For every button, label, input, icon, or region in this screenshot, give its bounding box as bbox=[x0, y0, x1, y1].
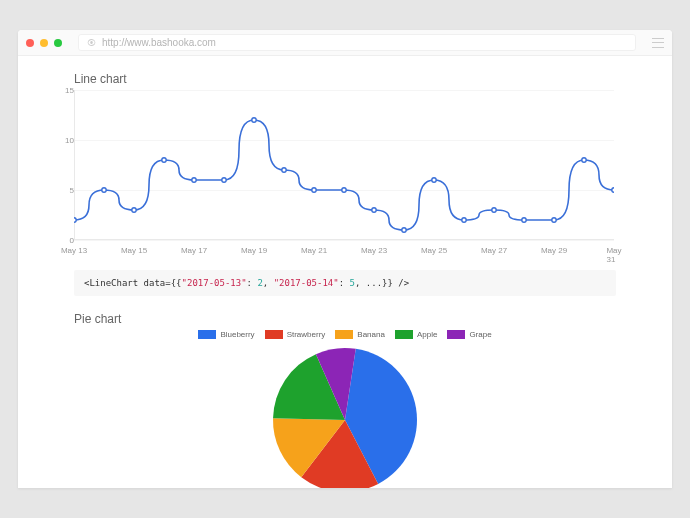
svg-point-16 bbox=[552, 218, 556, 222]
legend-item: Grape bbox=[447, 330, 491, 339]
legend-label: Blueberry bbox=[220, 330, 254, 339]
x-tick: May 17 bbox=[181, 246, 207, 255]
svg-point-15 bbox=[522, 218, 526, 222]
x-tick: May 23 bbox=[361, 246, 387, 255]
legend-swatch bbox=[335, 330, 353, 339]
y-tick: 15 bbox=[65, 86, 74, 95]
x-tick: May 21 bbox=[301, 246, 327, 255]
x-tick: May 15 bbox=[121, 246, 147, 255]
legend-item: Banana bbox=[335, 330, 385, 339]
legend-item: Strawberry bbox=[265, 330, 326, 339]
maximize-icon[interactable] bbox=[54, 39, 62, 47]
svg-point-17 bbox=[582, 158, 586, 162]
svg-point-7 bbox=[282, 168, 286, 172]
svg-point-8 bbox=[312, 188, 316, 192]
url-text: http://www.bashooka.com bbox=[102, 37, 216, 48]
legend-swatch bbox=[265, 330, 283, 339]
svg-point-12 bbox=[432, 178, 436, 182]
svg-point-10 bbox=[372, 208, 376, 212]
line-chart: 051015 May 13May 15May 17May 19May 21May… bbox=[74, 90, 614, 260]
svg-point-9 bbox=[342, 188, 346, 192]
legend-label: Grape bbox=[469, 330, 491, 339]
code-snippet: <LineChart data={{"2017-05-13": 2, "2017… bbox=[74, 270, 616, 296]
svg-point-18 bbox=[612, 188, 614, 192]
url-bar[interactable]: ⦿ http://www.bashooka.com bbox=[78, 34, 636, 51]
svg-point-0 bbox=[74, 218, 76, 222]
pie-chart-title: Pie chart bbox=[74, 312, 616, 326]
legend-swatch bbox=[447, 330, 465, 339]
x-tick: May 27 bbox=[481, 246, 507, 255]
x-tick: May 25 bbox=[421, 246, 447, 255]
svg-point-3 bbox=[162, 158, 166, 162]
x-tick: May 13 bbox=[61, 246, 87, 255]
svg-point-1 bbox=[102, 188, 106, 192]
legend-swatch bbox=[198, 330, 216, 339]
browser-titlebar: ⦿ http://www.bashooka.com bbox=[18, 30, 672, 56]
svg-point-13 bbox=[462, 218, 466, 222]
globe-icon: ⦿ bbox=[87, 38, 96, 48]
svg-point-11 bbox=[402, 228, 406, 232]
svg-point-2 bbox=[132, 208, 136, 212]
svg-point-14 bbox=[492, 208, 496, 212]
legend-label: Banana bbox=[357, 330, 385, 339]
x-tick: May 29 bbox=[541, 246, 567, 255]
pie-legend: BlueberryStrawberryBananaAppleGrape bbox=[74, 330, 616, 339]
x-tick: May 19 bbox=[241, 246, 267, 255]
svg-point-4 bbox=[192, 178, 196, 182]
svg-point-6 bbox=[252, 118, 256, 122]
close-icon[interactable] bbox=[26, 39, 34, 47]
line-chart-title: Line chart bbox=[74, 72, 616, 86]
pie-chart bbox=[270, 345, 420, 488]
browser-frame: ⦿ http://www.bashooka.com Line chart 051… bbox=[18, 30, 672, 488]
legend-swatch bbox=[395, 330, 413, 339]
svg-point-5 bbox=[222, 178, 226, 182]
x-tick: May 31 bbox=[606, 246, 621, 264]
legend-item: Apple bbox=[395, 330, 437, 339]
legend-label: Strawberry bbox=[287, 330, 326, 339]
y-tick: 10 bbox=[65, 136, 74, 145]
hamburger-icon[interactable] bbox=[652, 38, 664, 48]
legend-label: Apple bbox=[417, 330, 437, 339]
legend-item: Blueberry bbox=[198, 330, 254, 339]
minimize-icon[interactable] bbox=[40, 39, 48, 47]
page-content: Line chart 051015 May 13May 15May 17May … bbox=[18, 56, 672, 488]
